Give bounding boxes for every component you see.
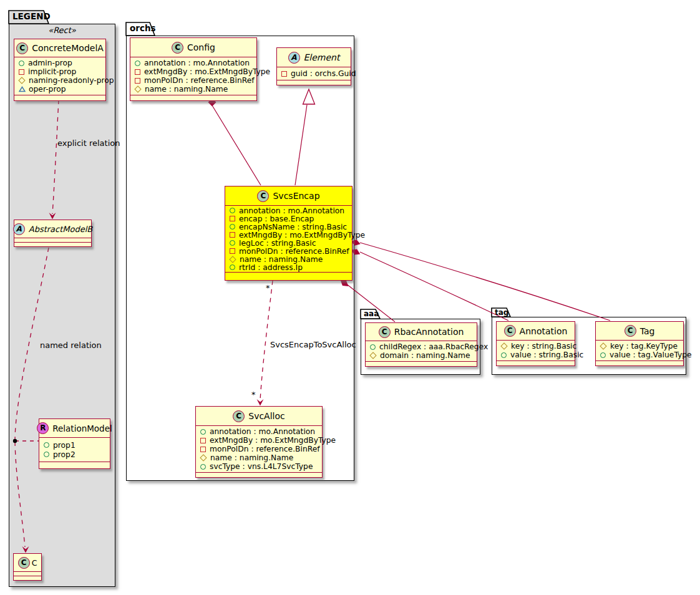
public-circle-icon — [600, 352, 606, 358]
class-name: AbstractModelB — [29, 225, 93, 234]
class-config: C Config annotation : mo.Annotation extM… — [130, 37, 257, 101]
attribute: encapNsName : string.Basic — [239, 223, 347, 231]
attribute: encap : base.Encap — [239, 215, 314, 223]
legend-package-name: LEGEND — [12, 12, 51, 21]
class-concretemodela: C ConcreteModelA admin-prop implicit-pro… — [14, 39, 106, 101]
attribute: value : tag.ValueType — [610, 351, 692, 359]
attribute: prop1 — [53, 441, 75, 450]
class-name: Config — [187, 42, 215, 52]
abstract-spot-icon: A — [13, 223, 25, 235]
public-circle-icon — [230, 208, 235, 213]
class-name: C — [32, 558, 37, 568]
attribute-row: guid : orchs.Guid — [277, 69, 351, 78]
readonly-diamond-icon — [369, 352, 376, 359]
private-square-icon — [281, 71, 287, 77]
attribute-row: prop2 — [39, 450, 110, 459]
attribute-row: key : tag.KeyType — [596, 342, 683, 351]
attribute: annotation : mo.Annotation — [210, 427, 315, 436]
attribute: oper-prop — [29, 85, 66, 94]
attribute-row: admin-prop — [14, 59, 105, 67]
attribute: guid : orchs.Guid — [291, 69, 356, 78]
attribute: annotation : mo.Annotation — [239, 206, 344, 215]
attribute-row: naming-readonly-prop — [14, 76, 105, 85]
attribute-row: encapNsName : string.Basic — [225, 223, 352, 231]
attribute: extMngdBy : mo.ExtMngdByType — [210, 436, 336, 445]
attribute: monPolDn : reference.BinRef — [144, 76, 255, 85]
public-circle-icon — [19, 60, 24, 66]
private-square-icon — [135, 78, 140, 84]
readonly-diamond-icon — [134, 85, 141, 92]
attribute: extMngdBy : mo.ExtMngdByType — [239, 231, 365, 239]
attribute: monPolDn : reference.BinRef — [239, 247, 349, 256]
abstract-spot-icon: A — [288, 52, 300, 64]
readonly-diamond-icon — [500, 342, 507, 349]
attribute-row: name : naming.Name — [225, 255, 352, 263]
multiplicity-source: * — [266, 283, 270, 293]
attribute: extMngdBy : mo.ExtMngdByType — [144, 67, 270, 76]
attribute-row: monPolDn : reference.BinRef — [196, 445, 322, 453]
attribute-row: prop1 — [39, 440, 110, 450]
class-spot-icon: C — [379, 326, 391, 338]
private-square-icon — [230, 248, 235, 254]
attribute-row: rtrId : address.Ip — [225, 263, 352, 271]
attribute-row: extMngdBy : mo.ExtMngdByType — [130, 67, 256, 76]
readonly-diamond-icon — [600, 342, 606, 349]
edge-label-named-relation: named relation — [40, 341, 102, 350]
class-name: Element — [304, 52, 340, 62]
edge-label-dependency: SvcsEncapToSvcAlloc — [270, 340, 356, 349]
attribute-row: domain : naming.Name — [366, 351, 477, 360]
legend-stereotype: «Rect» — [9, 26, 115, 35]
class-name: SvcAlloc — [248, 411, 285, 421]
edge-svcsencap-tag — [360, 243, 610, 321]
edge-label-explicit-relation: explicit relation — [57, 138, 120, 148]
class-spot-icon: C — [18, 557, 30, 569]
attribute-row: legLoc : string.Basic — [225, 239, 352, 247]
attribute: key : string.Basic — [511, 342, 576, 351]
private-square-icon — [135, 69, 140, 75]
class-name: SvcsEncap — [273, 191, 319, 201]
class-tag: C Tag key : tag.KeyType value : tag.Valu… — [595, 321, 684, 366]
class-spot-icon: C — [233, 410, 245, 422]
private-square-icon — [230, 216, 235, 221]
class-name: RelationModel — [52, 423, 112, 433]
public-circle-icon — [44, 442, 49, 448]
attribute-row: encap : base.Encap — [225, 215, 352, 223]
attribute-row: extMngdBy : mo.ExtMngdByType — [196, 436, 322, 445]
class-spot-icon: C — [172, 42, 183, 54]
attribute-row: extMngdBy : mo.ExtMngdByType — [225, 231, 352, 239]
public-circle-icon — [501, 352, 507, 358]
attribute-row: monPolDn : reference.BinRef — [225, 247, 352, 255]
class-abstractmodelb: A AbstractModelB — [14, 220, 92, 247]
aaa-package-name: aaa — [364, 310, 379, 318]
public-circle-icon — [200, 429, 206, 435]
attribute-row: monPolDn : reference.BinRef — [130, 76, 256, 85]
private-square-icon — [200, 447, 206, 452]
public-circle-icon — [370, 344, 376, 350]
class-name: ConcreteModelA — [32, 43, 104, 53]
legend-package — [9, 24, 115, 587]
class-spot-icon: C — [16, 42, 28, 54]
orchs-package-name: orchs — [130, 24, 156, 33]
class-name: Tag — [640, 326, 655, 336]
public-circle-icon — [200, 464, 206, 470]
attribute-row: name : naming.Name — [196, 453, 322, 462]
tag-package-name: tag — [495, 309, 508, 317]
attribute: value : string.Basic — [510, 351, 583, 359]
public-circle-icon — [230, 240, 235, 246]
attribute-row: implicit-prop — [14, 67, 105, 76]
class-element: A Element guid : orchs.Guid — [276, 47, 351, 85]
class-svcsencap: C SvcsEncap annotation : mo.Annotation e… — [225, 186, 352, 281]
readonly-diamond-icon — [200, 454, 207, 461]
attribute-row: key : string.Basic — [497, 342, 575, 351]
attribute: admin-prop — [28, 59, 72, 67]
public-circle-icon — [230, 224, 235, 230]
attribute-row: annotation : mo.Annotation — [196, 427, 322, 436]
attribute: name : naming.Name — [145, 85, 228, 94]
private-square-icon — [230, 232, 235, 238]
multiplicity-target: * — [251, 390, 256, 399]
attribute: svcType : vns.L4L7SvcType — [210, 462, 313, 471]
attribute: name : naming.Name — [210, 453, 293, 462]
class-spot-icon: C — [625, 325, 636, 337]
attribute-row: annotation : mo.Annotation — [130, 59, 256, 67]
private-square-icon — [19, 69, 24, 75]
